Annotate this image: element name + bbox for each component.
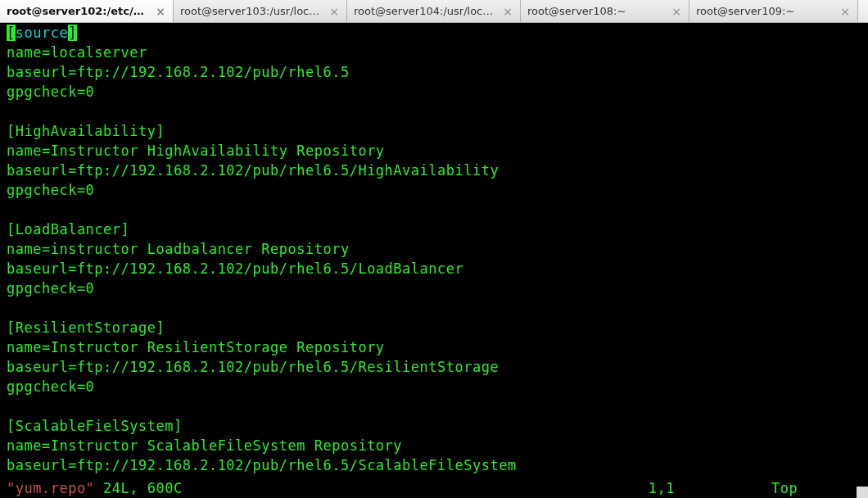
terminal-tab-5[interactable]: root@server109:~ ×: [689, 0, 858, 22]
editor-line: name=Instructor HighAvailability Reposit…: [0, 141, 868, 161]
status-scroll: Top: [771, 480, 798, 496]
bracket-match: ]: [68, 25, 77, 41]
close-icon[interactable]: ×: [839, 5, 851, 18]
editor-line: [0, 298, 868, 318]
tab-label: root@server102:/etc/yu...: [7, 5, 150, 17]
editor-line: [0, 396, 868, 416]
section-keyword: source: [16, 25, 68, 41]
terminal-tab-1[interactable]: root@server102:/etc/yu... ×: [0, 0, 174, 22]
status-cursor-pos: 1,1: [649, 480, 675, 496]
scroll-corner: [857, 487, 868, 498]
editor-line: gpgcheck=0: [0, 377, 868, 396]
editor-line: [0, 102, 868, 121]
editor-lines: name=localserverbaseurl=ftp://192.168.2.…: [0, 43, 868, 475]
terminal-area[interactable]: [source] name=localserverbaseurl=ftp://1…: [0, 23, 868, 498]
editor-line: gpgcheck=0: [0, 278, 868, 298]
close-icon[interactable]: ×: [671, 5, 682, 18]
terminal-tab-2[interactable]: root@server103:/usr/loca... ×: [174, 0, 347, 22]
editor-line: baseurl=ftp://192.168.2.102/pub/rhel6.5/…: [0, 357, 868, 377]
editor-line: [HighAvailability]: [0, 121, 868, 141]
editor-line: name=Instructor ResilientStorage Reposit…: [0, 337, 868, 357]
tab-label: root@server104:/usr/loca...: [354, 5, 497, 17]
editor-line: baseurl=ftp://192.168.2.102/pub/rhel6.5/…: [0, 455, 868, 475]
close-icon[interactable]: ×: [502, 5, 513, 18]
editor-line-cursor: [source]: [0, 23, 868, 43]
editor-line: [0, 200, 868, 220]
editor-line: name=instructor Loadbalancer Repository: [0, 239, 868, 259]
status-filename: "yum.repo": [7, 480, 94, 496]
tab-label: root@server109:~: [696, 5, 834, 17]
status-stats: 24L, 600C: [94, 480, 182, 496]
editor-line: [LoadBalancer]: [0, 220, 868, 239]
editor-line: baseurl=ftp://192.168.2.102/pub/rhel6.5/…: [0, 259, 868, 278]
editor-line: gpgcheck=0: [0, 180, 868, 200]
vim-status-line: "yum.repo" 24L, 600C 1,1 Top: [0, 478, 868, 498]
editor-line: name=localserver: [0, 43, 868, 62]
terminal-tab-4[interactable]: root@server108:~ ×: [521, 0, 689, 22]
tab-bar: root@server102:/etc/yu... × root@server1…: [0, 0, 868, 23]
close-icon[interactable]: ×: [155, 5, 166, 18]
editor-line: [ScalableFielSystem]: [0, 416, 868, 436]
terminal-tab-3[interactable]: root@server104:/usr/loca... ×: [347, 0, 521, 22]
close-icon[interactable]: ×: [328, 5, 340, 18]
editor-line: name=Instructor ScalableFileSystem Repos…: [0, 436, 868, 455]
cursor: [: [7, 25, 16, 41]
tab-label: root@server108:~: [527, 5, 666, 17]
editor-line: [ResilientStorage]: [0, 318, 868, 337]
editor-line: baseurl=ftp://192.168.2.102/pub/rhel6.5: [0, 62, 868, 82]
editor-line: gpgcheck=0: [0, 82, 868, 102]
tab-label: root@server103:/usr/loca...: [180, 5, 323, 17]
editor-line: baseurl=ftp://192.168.2.102/pub/rhel6.5/…: [0, 161, 868, 180]
